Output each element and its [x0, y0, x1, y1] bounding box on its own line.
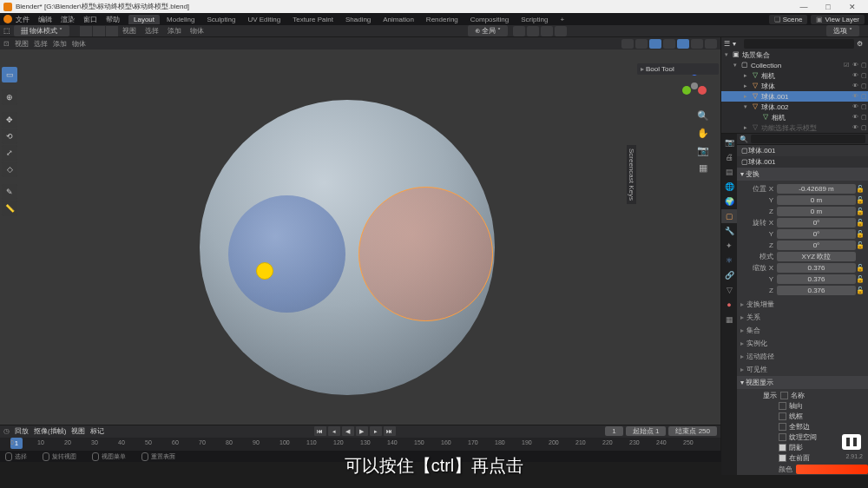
lock-scale-y[interactable]: 🔓 — [856, 275, 865, 283]
outliner-item-sphere001[interactable]: ▸▽球体.001 👁▢ — [721, 91, 868, 102]
3d-cursor[interactable] — [256, 262, 273, 280]
object-color[interactable] — [796, 465, 868, 474]
tool-rotate[interactable]: ⟲ — [2, 129, 17, 144]
menu-help[interactable]: 帮助 — [106, 15, 120, 24]
start-frame-field[interactable]: 起始点 1 — [626, 426, 667, 436]
scale-z[interactable]: 0.376 — [777, 286, 856, 295]
timeline-keying[interactable]: 抠像(插帧) — [34, 426, 66, 436]
vp-shading-solid[interactable] — [677, 39, 689, 49]
vp-xray-btn[interactable] — [649, 39, 661, 49]
bool-tool-panel[interactable]: ▸Bool Tool — [637, 63, 719, 75]
workspace-tab-scripting[interactable]: Scripting — [516, 15, 553, 24]
outliner-item-sphere[interactable]: ▸▽球体 👁▢ — [721, 81, 868, 91]
loc-y[interactable]: 0 m — [777, 195, 856, 205]
menu-render[interactable]: 渲染 — [61, 15, 75, 24]
play-btn[interactable]: ▶ — [356, 426, 368, 436]
tool-select-box[interactable]: ▭ — [2, 67, 17, 82]
lock-rot-x[interactable]: 🔓 — [856, 219, 865, 227]
cb-texspace[interactable] — [779, 433, 786, 441]
workspace-tab-animation[interactable]: Animation — [378, 15, 419, 24]
cb-wireframe[interactable] — [779, 412, 786, 420]
jump-start-btn[interactable]: ⏮ — [314, 426, 326, 436]
vp-menu-select[interactable]: 选择 — [34, 39, 48, 49]
ptab-modifier[interactable]: 🔧 — [721, 224, 737, 238]
ptab-world[interactable]: 🌍 — [721, 195, 737, 208]
3d-viewport[interactable]: ▭ ⊕ ✥ ⟲ ⤢ ◇ ✎ 📏 Z — [0, 49, 720, 425]
menu-file[interactable]: 文件 — [16, 15, 30, 24]
tool-move[interactable]: ✥ — [2, 112, 17, 128]
tool-scale[interactable]: ⤢ — [2, 145, 17, 161]
vp-menu-view[interactable]: 视图 — [15, 39, 29, 49]
properties-search[interactable] — [751, 135, 865, 143]
delta-transform[interactable]: ▸变换增量 — [737, 298, 868, 311]
timeline-view[interactable]: 视图 — [71, 426, 85, 436]
outliner-item-muted[interactable]: ▸▽功能选择表示模型 👁▢ — [721, 122, 868, 133]
workspace-tab-uvediting[interactable]: UV Editing — [242, 15, 286, 24]
maximize-button[interactable]: □ — [816, 3, 840, 11]
lock-rot-y[interactable]: 🔓 — [856, 230, 865, 238]
object-mode-dropdown[interactable]: ▦ 物体模式 ˅ — [14, 25, 69, 36]
vp-overlay-btn[interactable] — [635, 39, 648, 49]
overlay-btn[interactable] — [555, 26, 567, 36]
mode-btn-3[interactable] — [106, 26, 118, 36]
ptab-physics[interactable]: ⚛ — [721, 254, 737, 267]
outliner-scene-collection[interactable]: ▾▣场景集合 — [721, 49, 868, 60]
collections-section[interactable]: ▸集合 — [737, 324, 868, 337]
scene-selector[interactable]: ❏ Scene — [769, 15, 807, 24]
visibility-section[interactable]: ▸可见性 — [737, 363, 868, 376]
rotation-mode[interactable]: XYZ 欧拉 — [777, 252, 856, 261]
transform-section[interactable]: ▾ 变换 — [737, 168, 868, 181]
loc-z[interactable]: 0 m — [777, 207, 856, 216]
blue-sphere-object[interactable] — [228, 195, 345, 313]
submenu-object[interactable]: 物体 — [190, 26, 204, 36]
close-button[interactable]: ✕ — [840, 3, 865, 11]
ptab-constraint[interactable]: 🔗 — [721, 268, 737, 282]
screencast-keys-tab[interactable]: Screencast Keys — [627, 145, 636, 204]
ptab-material[interactable]: ● — [721, 298, 737, 312]
vp-shading-render[interactable] — [705, 39, 717, 49]
lock-loc-x[interactable]: 🔓 — [856, 185, 865, 193]
cb-name[interactable] — [780, 392, 788, 399]
ptab-scene[interactable]: 🌐 — [721, 180, 737, 194]
timeline-marker[interactable]: 标记 — [90, 426, 104, 436]
jump-end-btn[interactable]: ⏭ — [384, 426, 396, 436]
outliner-item-nested[interactable]: ▽相机 👁▢ — [721, 112, 868, 122]
minimize-button[interactable]: — — [792, 3, 816, 11]
ptab-particle[interactable]: ✦ — [721, 239, 737, 253]
ptab-output[interactable]: 🖨 — [721, 150, 737, 164]
rot-x[interactable]: 0° — [777, 218, 856, 228]
prop-breadcrumb2[interactable]: ▢ 球体.001 — [737, 156, 868, 168]
ptab-viewlayer[interactable]: ▤ — [721, 165, 737, 179]
outliner-item-sphere002[interactable]: ▾▽球体.002 👁▢ — [721, 102, 868, 112]
pivot-btn[interactable] — [527, 26, 539, 36]
outliner-display-mode[interactable]: ▾ — [733, 40, 741, 48]
cb-alledges[interactable] — [779, 423, 786, 431]
mode-btn-1[interactable] — [80, 26, 92, 36]
lock-rot-z[interactable]: 🔓 — [856, 241, 865, 249]
rot-z[interactable]: 0° — [777, 241, 856, 250]
outliner-item-camera[interactable]: ▸▽相机 👁▢ — [721, 70, 868, 81]
workspace-tab-rendering[interactable]: Rendering — [421, 15, 464, 24]
scale-y[interactable]: 0.376 — [777, 274, 856, 284]
loc-x[interactable]: -0.42689 m — [777, 184, 856, 194]
mode-btn-2[interactable] — [93, 26, 105, 36]
viewport-display-section[interactable]: ▾ 视图显示 — [737, 376, 868, 389]
submenu-add[interactable]: 添加 — [168, 26, 181, 36]
tool-measure[interactable]: 📏 — [2, 201, 17, 216]
gizmo-center[interactable] — [691, 82, 698, 89]
proportional-btn[interactable] — [541, 26, 553, 36]
relations-section[interactable]: ▸关系 — [737, 311, 868, 324]
editor-type-icon[interactable]: ⬚ — [3, 27, 10, 35]
outliner-editor-icon[interactable]: ☰ — [724, 40, 733, 48]
ptab-texture[interactable]: ▦ — [721, 313, 737, 326]
submenu-view[interactable]: 视图 — [122, 26, 136, 36]
vp-shading-wire[interactable] — [663, 39, 675, 49]
workspace-tab-compositing[interactable]: Compositing — [465, 15, 514, 24]
end-frame-field[interactable]: 结束点 250 — [668, 426, 717, 436]
instancing-section[interactable]: ▸实例化 — [737, 337, 868, 350]
workspace-tab-shading[interactable]: Shading — [340, 15, 376, 24]
tool-cursor[interactable]: ⊕ — [2, 89, 17, 105]
axis-x[interactable] — [698, 86, 707, 95]
perspective-icon[interactable]: ▦ — [697, 162, 709, 175]
cb-axis[interactable] — [779, 402, 786, 410]
